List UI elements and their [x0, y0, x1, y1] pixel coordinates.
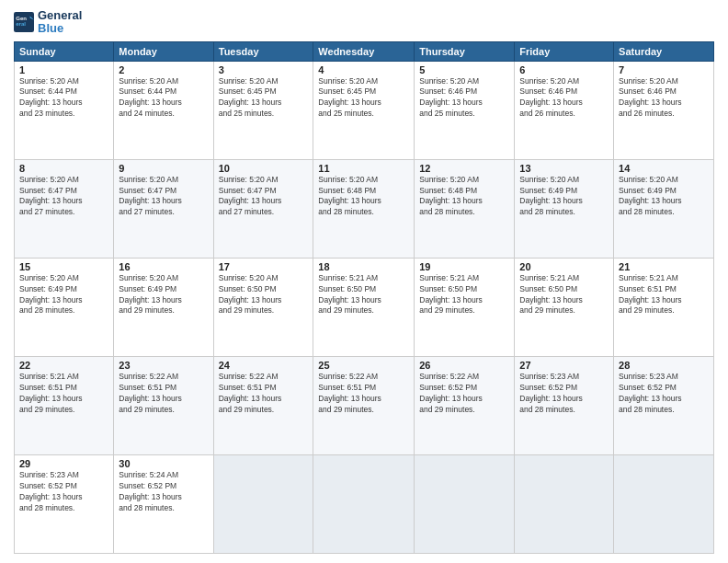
logo: Gen eral General Blue: [14, 9, 82, 36]
day-detail: Sunrise: 5:20 AM Sunset: 6:44 PM Dayligh…: [19, 76, 108, 121]
table-row: 18Sunrise: 5:21 AM Sunset: 6:50 PM Dayli…: [313, 258, 415, 356]
day-detail: Sunrise: 5:22 AM Sunset: 6:52 PM Dayligh…: [419, 372, 509, 416]
table-row: 14Sunrise: 5:20 AM Sunset: 6:49 PM Dayli…: [614, 159, 714, 258]
day-number: 24: [219, 360, 309, 371]
table-row: 26Sunrise: 5:22 AM Sunset: 6:52 PM Dayli…: [415, 356, 515, 454]
table-row: 15Sunrise: 5:20 AM Sunset: 6:49 PM Dayli…: [15, 258, 114, 356]
day-detail: Sunrise: 5:22 AM Sunset: 6:51 PM Dayligh…: [219, 372, 309, 416]
day-number: 6: [519, 64, 609, 75]
col-wednesday: Wednesday: [313, 41, 415, 61]
day-number: 21: [619, 261, 709, 272]
table-row: [515, 454, 614, 553]
calendar-page: Gen eral General Blue Sunday Monday Tues…: [0, 0, 728, 563]
table-row: 1Sunrise: 5:20 AM Sunset: 6:44 PM Daylig…: [15, 61, 114, 159]
table-row: 12Sunrise: 5:20 AM Sunset: 6:48 PM Dayli…: [415, 159, 515, 258]
day-detail: Sunrise: 5:21 AM Sunset: 6:51 PM Dayligh…: [619, 273, 709, 317]
day-detail: Sunrise: 5:20 AM Sunset: 6:46 PM Dayligh…: [519, 76, 609, 121]
table-row: 4Sunrise: 5:20 AM Sunset: 6:45 PM Daylig…: [313, 61, 415, 159]
day-detail: Sunrise: 5:23 AM Sunset: 6:52 PM Dayligh…: [619, 372, 709, 416]
table-row: [415, 454, 515, 553]
table-row: 6Sunrise: 5:20 AM Sunset: 6:46 PM Daylig…: [515, 61, 614, 159]
logo-text: General Blue: [38, 9, 82, 36]
day-number: 11: [318, 163, 409, 174]
day-detail: Sunrise: 5:20 AM Sunset: 6:45 PM Dayligh…: [318, 76, 409, 121]
day-detail: Sunrise: 5:20 AM Sunset: 6:45 PM Dayligh…: [219, 76, 309, 121]
day-number: 5: [419, 64, 509, 75]
day-number: 26: [419, 360, 509, 371]
table-row: 20Sunrise: 5:21 AM Sunset: 6:50 PM Dayli…: [515, 258, 614, 356]
table-row: [614, 454, 714, 553]
svg-text:Gen: Gen: [16, 16, 27, 21]
day-detail: Sunrise: 5:21 AM Sunset: 6:50 PM Dayligh…: [318, 273, 409, 317]
day-number: 10: [219, 163, 309, 174]
week-row-3: 15Sunrise: 5:20 AM Sunset: 6:49 PM Dayli…: [15, 258, 714, 356]
table-row: 19Sunrise: 5:21 AM Sunset: 6:50 PM Dayli…: [415, 258, 515, 356]
header: Gen eral General Blue: [14, 9, 714, 36]
table-row: 16Sunrise: 5:20 AM Sunset: 6:49 PM Dayli…: [114, 258, 213, 356]
day-number: 27: [519, 360, 609, 371]
day-detail: Sunrise: 5:21 AM Sunset: 6:50 PM Dayligh…: [519, 273, 609, 317]
day-detail: Sunrise: 5:20 AM Sunset: 6:49 PM Dayligh…: [119, 273, 208, 317]
day-number: 13: [519, 163, 609, 174]
week-row-5: 29Sunrise: 5:23 AM Sunset: 6:52 PM Dayli…: [15, 454, 714, 553]
day-number: 7: [619, 64, 709, 75]
day-detail: Sunrise: 5:23 AM Sunset: 6:52 PM Dayligh…: [519, 372, 609, 416]
table-row: 3Sunrise: 5:20 AM Sunset: 6:45 PM Daylig…: [213, 61, 313, 159]
table-row: [213, 454, 313, 553]
day-detail: Sunrise: 5:20 AM Sunset: 6:49 PM Dayligh…: [619, 175, 709, 219]
day-number: 1: [19, 64, 108, 75]
week-row-2: 8Sunrise: 5:20 AM Sunset: 6:47 PM Daylig…: [15, 159, 714, 258]
day-detail: Sunrise: 5:23 AM Sunset: 6:52 PM Dayligh…: [19, 470, 108, 514]
day-number: 28: [619, 360, 709, 371]
col-friday: Friday: [515, 41, 614, 61]
day-number: 25: [318, 360, 409, 371]
day-detail: Sunrise: 5:20 AM Sunset: 6:49 PM Dayligh…: [19, 273, 108, 317]
day-detail: Sunrise: 5:20 AM Sunset: 6:48 PM Dayligh…: [419, 175, 509, 219]
day-number: 18: [318, 261, 409, 272]
day-detail: Sunrise: 5:22 AM Sunset: 6:51 PM Dayligh…: [119, 372, 208, 416]
day-number: 30: [119, 458, 208, 469]
logo-icon: Gen eral: [14, 12, 34, 32]
table-row: 11Sunrise: 5:20 AM Sunset: 6:48 PM Dayli…: [313, 159, 415, 258]
day-detail: Sunrise: 5:20 AM Sunset: 6:47 PM Dayligh…: [219, 175, 309, 219]
day-number: 29: [19, 458, 108, 469]
table-row: 13Sunrise: 5:20 AM Sunset: 6:49 PM Dayli…: [515, 159, 614, 258]
day-number: 23: [119, 360, 208, 371]
day-detail: Sunrise: 5:21 AM Sunset: 6:50 PM Dayligh…: [419, 273, 509, 317]
day-detail: Sunrise: 5:20 AM Sunset: 6:48 PM Dayligh…: [318, 175, 409, 219]
day-detail: Sunrise: 5:20 AM Sunset: 6:47 PM Dayligh…: [119, 175, 208, 219]
table-row: 8Sunrise: 5:20 AM Sunset: 6:47 PM Daylig…: [15, 159, 114, 258]
day-number: 2: [119, 64, 208, 75]
day-detail: Sunrise: 5:20 AM Sunset: 6:44 PM Dayligh…: [119, 76, 208, 121]
table-row: 27Sunrise: 5:23 AM Sunset: 6:52 PM Dayli…: [515, 356, 614, 454]
table-row: 25Sunrise: 5:22 AM Sunset: 6:51 PM Dayli…: [313, 356, 415, 454]
table-row: 24Sunrise: 5:22 AM Sunset: 6:51 PM Dayli…: [213, 356, 313, 454]
table-row: 17Sunrise: 5:20 AM Sunset: 6:50 PM Dayli…: [213, 258, 313, 356]
day-number: 20: [519, 261, 609, 272]
day-detail: Sunrise: 5:24 AM Sunset: 6:52 PM Dayligh…: [119, 470, 208, 514]
day-number: 4: [318, 64, 409, 75]
day-number: 3: [219, 64, 309, 75]
day-detail: Sunrise: 5:20 AM Sunset: 6:50 PM Dayligh…: [219, 273, 309, 317]
day-number: 15: [19, 261, 108, 272]
svg-text:eral: eral: [16, 22, 26, 28]
col-sunday: Sunday: [15, 41, 114, 61]
day-number: 17: [219, 261, 309, 272]
col-thursday: Thursday: [415, 41, 515, 61]
table-row: 30Sunrise: 5:24 AM Sunset: 6:52 PM Dayli…: [114, 454, 213, 553]
calendar-table: Sunday Monday Tuesday Wednesday Thursday…: [14, 41, 714, 554]
table-row: 2Sunrise: 5:20 AM Sunset: 6:44 PM Daylig…: [114, 61, 213, 159]
table-row: 28Sunrise: 5:23 AM Sunset: 6:52 PM Dayli…: [614, 356, 714, 454]
day-detail: Sunrise: 5:22 AM Sunset: 6:51 PM Dayligh…: [318, 372, 409, 416]
table-row: 7Sunrise: 5:20 AM Sunset: 6:46 PM Daylig…: [614, 61, 714, 159]
table-row: 5Sunrise: 5:20 AM Sunset: 6:46 PM Daylig…: [415, 61, 515, 159]
table-row: 29Sunrise: 5:23 AM Sunset: 6:52 PM Dayli…: [15, 454, 114, 553]
day-number: 14: [619, 163, 709, 174]
col-saturday: Saturday: [614, 41, 714, 61]
day-number: 12: [419, 163, 509, 174]
table-row: 23Sunrise: 5:22 AM Sunset: 6:51 PM Dayli…: [114, 356, 213, 454]
day-detail: Sunrise: 5:20 AM Sunset: 6:46 PM Dayligh…: [619, 76, 709, 121]
day-detail: Sunrise: 5:21 AM Sunset: 6:51 PM Dayligh…: [19, 372, 108, 416]
table-row: 10Sunrise: 5:20 AM Sunset: 6:47 PM Dayli…: [213, 159, 313, 258]
table-row: 9Sunrise: 5:20 AM Sunset: 6:47 PM Daylig…: [114, 159, 213, 258]
